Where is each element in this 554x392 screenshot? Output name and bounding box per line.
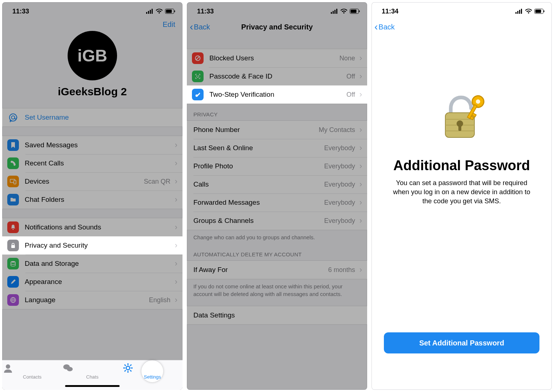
svg-rect-44 [515,12,517,14]
row-label: Saved Messages [25,141,173,149]
nav-title: Privacy and Security [241,23,313,31]
status-time: 11:33 [12,8,29,15]
svg-point-8 [12,116,15,119]
row-label: Phone Number [193,126,319,134]
tab-chats[interactable]: Chats [63,363,122,380]
row-language[interactable]: Language English › [2,291,182,309]
svg-rect-36 [359,11,360,12]
gear-icon [123,363,182,374]
svg-line-28 [130,365,132,366]
chevron-right-icon: › [360,72,362,81]
svg-line-29 [125,370,126,372]
row-blocked-users[interactable]: Blocked Users None › [187,49,367,67]
svg-line-27 [130,370,132,372]
row-label: Data Settings [193,311,362,319]
hero-description: You can set a password that will be requ… [386,179,537,206]
row-detail: Off [346,73,355,80]
status-icons [515,9,545,14]
status-bar: 11:34 [372,2,552,18]
row-detail: Everybody [324,217,355,225]
row-label: Two-Step Verification [209,91,346,99]
row-label: Devices [25,177,144,185]
face-id-icon [192,71,204,82]
phone-icon [7,157,19,169]
tab-label: Settings [123,374,182,380]
chevron-right-icon: › [175,277,177,287]
svg-rect-6 [174,11,175,12]
chevron-right-icon: › [360,180,362,189]
key-icon [192,89,204,100]
chevron-right-icon: › [360,198,362,207]
nav-bar: Edit [2,18,182,31]
folder-icon [7,194,19,205]
row-label: Calls [193,180,324,188]
row-label: Notifications and Sounds [25,223,173,231]
row-label: Recent Calls [25,159,173,167]
row-label: Appearance [25,278,173,286]
row-chat-folders[interactable]: Chat Folders › [2,191,182,209]
row-notifications[interactable]: Notifications and Sounds › [2,218,182,236]
svg-rect-49 [535,10,541,13]
row-data-storage[interactable]: Data and Storage › [2,255,182,273]
username-section: Set Username [2,108,182,127]
contacts-icon [3,363,62,374]
battery-icon [534,9,545,14]
screenshot-2-privacy: 11:33 ‹Back Privacy and Security Blocked… [187,2,367,390]
svg-point-21 [126,366,130,370]
screenshot-3-additional-password: 11:34 ‹Back [372,2,552,390]
svg-rect-12 [14,180,16,184]
set-additional-password-button[interactable]: Set Additional Password [384,332,539,353]
tab-settings[interactable]: Settings [123,363,182,380]
svg-rect-3 [152,9,153,14]
tab-contacts[interactable]: Contacts [3,363,62,380]
back-label: Back [194,23,210,31]
chevron-right-icon: › [175,295,177,305]
row-detail: Scan QR [144,178,170,185]
row-groups-channels[interactable]: Groups & Channels Everybody › [187,212,367,230]
svg-point-14 [11,261,15,263]
row-recent-calls[interactable]: Recent Calls › [2,154,182,172]
svg-rect-1 [148,11,149,14]
chevron-right-icon: › [360,125,362,135]
chevron-left-icon: ‹ [374,22,378,32]
row-data-settings[interactable]: Data Settings [187,306,367,324]
row-label: Chat Folders [25,196,173,204]
home-indicator[interactable] [65,385,120,387]
row-forwarded-messages[interactable]: Forwarded Messages Everybody › [187,193,367,212]
svg-rect-33 [336,9,337,14]
row-detail: None [340,55,355,62]
svg-rect-46 [519,10,520,14]
row-set-username[interactable]: Set Username [2,108,182,127]
chevron-right-icon: › [175,140,177,150]
edit-button[interactable]: Edit [163,20,175,29]
row-two-step-verification[interactable]: Two-Step Verification Off › [187,85,367,104]
profile-name: iGeeksBlog 2 [2,85,182,98]
wifi-icon [525,9,532,14]
storage-icon [7,258,19,269]
status-time: 11:34 [382,8,398,15]
away-footer: If you do not come online at least once … [187,279,367,301]
blocked-icon [192,52,204,64]
back-button[interactable]: ‹Back [190,22,210,32]
screenshot-1-settings: 11:33 Edit iGB iGeeksBlog 2 Set Username [2,2,182,390]
row-privacy-security[interactable]: Privacy and Security › [2,236,182,255]
svg-rect-0 [146,12,147,14]
chevron-right-icon: › [175,177,177,186]
row-saved-messages[interactable]: Saved Messages › [2,136,182,154]
row-last-seen[interactable]: Last Seen & Online Everybody › [187,139,367,157]
avatar[interactable]: iGB [68,31,117,80]
row-passcode[interactable]: Passcode & Face ID Off › [187,67,367,85]
at-icon [7,112,19,123]
row-appearance[interactable]: Appearance › [2,273,182,291]
battery-icon [165,9,175,14]
row-devices[interactable]: Devices Scan QR › [2,172,182,191]
row-if-away-for[interactable]: If Away For 6 months › [187,261,367,279]
privacy-section-header: PRIVACY [187,104,367,120]
row-label: Last Seen & Online [193,144,324,152]
row-detail: English [149,296,170,304]
row-profile-photo[interactable]: Profile Photo Everybody › [187,157,367,175]
row-phone-number[interactable]: Phone Number My Contacts › [187,121,367,139]
row-calls[interactable]: Calls Everybody › [187,175,367,193]
section-data-settings: Data Settings [187,306,367,325]
back-button[interactable]: ‹Back [374,22,395,32]
